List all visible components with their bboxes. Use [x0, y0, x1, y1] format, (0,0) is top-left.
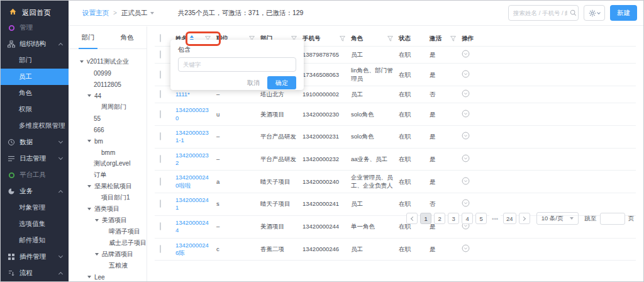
- tree-node[interactable]: 订单: [69, 169, 147, 181]
- tree-expand-icon[interactable]: [95, 219, 99, 222]
- row-actions-icon[interactable]: [462, 199, 470, 207]
- tree-expand-icon[interactable]: [95, 253, 99, 256]
- sidebar-item-permission[interactable]: 权限: [1, 101, 69, 118]
- tree-expand-icon[interactable]: [87, 208, 91, 210]
- tree-node[interactable]: 美酒项目: [69, 215, 147, 226]
- cell-phone: 13420000244: [303, 220, 351, 234]
- breadcrumb-link[interactable]: 设置主页: [82, 9, 109, 18]
- employee-name-link[interactable]: 13420000241: [175, 193, 216, 215]
- sidebar-item-employee[interactable]: 员工: [1, 69, 69, 85]
- row-checkbox[interactable]: [160, 132, 161, 140]
- search-icon[interactable]: [570, 9, 577, 16]
- row-checkbox[interactable]: [160, 110, 161, 118]
- breadcrumb-caret-icon[interactable]: [150, 12, 154, 14]
- sidebar-item-role[interactable]: 角色: [1, 85, 69, 101]
- row-actions-icon[interactable]: [462, 50, 470, 58]
- page-ellipsis[interactable]: •••: [489, 213, 501, 224]
- sidebar-item-option-sets[interactable]: 选项值集: [1, 216, 69, 232]
- column-settings-button[interactable]: [584, 5, 605, 21]
- breadcrumb-current[interactable]: 正式员工: [121, 9, 148, 18]
- select-all-checkbox[interactable]: [160, 34, 161, 42]
- row-checkbox[interactable]: [160, 222, 161, 230]
- sidebar-home[interactable]: 返回首页: [1, 1, 69, 20]
- row-actions-icon[interactable]: [462, 154, 470, 162]
- page-button[interactable]: 4: [462, 213, 473, 224]
- row-checkbox[interactable]: [160, 178, 161, 186]
- tree-node[interactable]: 五粮液: [69, 260, 147, 271]
- employee-name-link[interactable]: 13420000232: [175, 149, 216, 171]
- row-checkbox[interactable]: [160, 200, 161, 208]
- row-checkbox-cell: [155, 130, 175, 144]
- row-actions-icon[interactable]: [462, 70, 470, 78]
- tree-node[interactable]: 周周部门: [69, 101, 147, 113]
- sidebar-item-object-management[interactable]: 对象管理: [1, 200, 69, 216]
- new-button[interactable]: 新建: [610, 5, 637, 21]
- sidebar-item-platform-tools[interactable]: 平台工具: [1, 167, 69, 183]
- tree-node[interactable]: bm: [69, 135, 147, 147]
- tree-node[interactable]: bmm: [69, 147, 147, 158]
- row-checkbox[interactable]: [160, 70, 161, 79]
- tree-node[interactable]: 20112805: [69, 79, 147, 90]
- tree-node[interactable]: 啤酒子项目: [69, 226, 147, 237]
- employee-name-link[interactable]: 13420000244: [175, 216, 216, 238]
- tree-node[interactable]: v2011测试企业: [69, 56, 147, 67]
- next-page-button[interactable]: [519, 213, 530, 224]
- tree-node[interactable]: 坚果松鼠项目: [69, 181, 147, 192]
- tree-expand-icon[interactable]: [87, 276, 91, 278]
- tree-node[interactable]: 威士忌子项目: [69, 237, 147, 249]
- tree-node[interactable]: 666: [69, 124, 147, 135]
- filter-confirm-button[interactable]: 确定: [267, 76, 296, 89]
- sidebar-item-data[interactable]: 数据: [1, 134, 69, 150]
- sidebar-item-management[interactable]: 管理: [1, 20, 69, 36]
- employee-name-link[interactable]: 13420000230: [175, 103, 216, 125]
- row-checkbox[interactable]: [160, 155, 161, 163]
- tab-department[interactable]: 部门: [69, 26, 108, 48]
- tree-node[interactable]: 酒类项目: [69, 203, 147, 215]
- tree-expand-icon[interactable]: [87, 140, 91, 142]
- employee-name-link[interactable]: 13420000246陈: [175, 239, 216, 261]
- page-button[interactable]: 24: [503, 213, 516, 224]
- tree-expand-icon[interactable]: [87, 94, 91, 97]
- row-actions-icon[interactable]: [462, 244, 470, 252]
- row-actions-icon[interactable]: [462, 89, 470, 98]
- page-button[interactable]: 1: [420, 213, 431, 224]
- tree-expand-icon[interactable]: [87, 185, 91, 188]
- filter-icon[interactable]: [450, 36, 456, 42]
- tree-node[interactable]: 项目部门1: [69, 192, 147, 203]
- tree-node[interactable]: 44: [69, 90, 147, 101]
- row-actions-icon[interactable]: [462, 132, 470, 140]
- page-button[interactable]: 5: [475, 213, 487, 224]
- filter-icon[interactable]: [387, 36, 393, 42]
- tree-node[interactable]: 测试orgLevel: [69, 158, 147, 169]
- row-actions-icon[interactable]: [462, 110, 470, 118]
- tree-node[interactable]: 55: [69, 113, 147, 124]
- jump-page-input[interactable]: [600, 213, 625, 225]
- prev-page-button[interactable]: [406, 213, 418, 224]
- sidebar-item-workflow[interactable]: 流程: [1, 265, 69, 281]
- sidebar-item-org-structure[interactable]: 组织结构: [1, 36, 69, 52]
- sidebar-item-email-notification[interactable]: 邮件通知: [1, 232, 69, 249]
- page-button[interactable]: 2: [434, 213, 445, 224]
- sidebar-item-multi-dim-permission[interactable]: 多维度权限管理: [1, 118, 69, 134]
- filter-cancel-button[interactable]: 取消: [247, 79, 260, 87]
- page-button[interactable]: 3: [448, 213, 459, 224]
- sidebar-item-log-management[interactable]: 日志管理: [1, 150, 69, 167]
- row-checkbox[interactable]: [160, 90, 161, 98]
- page-size-select[interactable]: 10 条/页: [536, 212, 579, 225]
- tree-node[interactable]: Lee: [69, 271, 147, 282]
- sidebar-item-department[interactable]: 部门: [1, 52, 69, 69]
- filter-icon[interactable]: [340, 36, 345, 42]
- filter-keyword-input[interactable]: [178, 57, 296, 72]
- sidebar-item-plugin-management[interactable]: 插件管理: [1, 249, 69, 265]
- row-actions-icon[interactable]: [462, 177, 470, 185]
- employee-name-link[interactable]: 13420000231-1: [175, 126, 216, 148]
- tree-node[interactable]: 00999: [69, 67, 147, 79]
- search-input[interactable]: [513, 9, 567, 16]
- sidebar-item-business[interactable]: 业务: [1, 183, 69, 200]
- employee-name-link[interactable]: 13420000240啦啦: [175, 171, 216, 193]
- tab-role[interactable]: 角色: [108, 26, 147, 48]
- row-checkbox[interactable]: [160, 245, 161, 253]
- row-checkbox[interactable]: [160, 50, 161, 59]
- tree-expand-icon[interactable]: [80, 60, 84, 63]
- tree-node[interactable]: 品牌酒项目: [69, 249, 147, 260]
